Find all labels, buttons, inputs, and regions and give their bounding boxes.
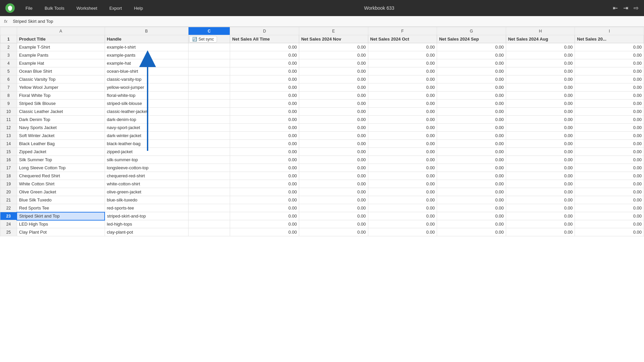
cell-product-title-16[interactable]: Silk Summer Top xyxy=(17,156,105,164)
cell-c-25[interactable] xyxy=(188,228,230,236)
align-center-icon[interactable]: ⇥ xyxy=(623,4,628,12)
cell-handle-7[interactable]: yellow-wool-jumper xyxy=(105,83,188,92)
cell-g-18[interactable]: 0.00 xyxy=(437,172,506,180)
cell-product-title-22[interactable]: Red Sports Tee xyxy=(17,204,105,212)
cell-g-9[interactable]: 0.00 xyxy=(437,100,506,108)
cell-g-13[interactable]: 0.00 xyxy=(437,132,506,140)
cell-g-4[interactable]: 0.00 xyxy=(437,59,506,67)
cell-handle-6[interactable]: classic-varsity-top xyxy=(105,75,188,83)
cell-i-22[interactable]: 0.00 xyxy=(575,204,644,212)
cell-product-title-7[interactable]: Yellow Wool Jumper xyxy=(17,83,105,92)
set-sync-button[interactable]: 🔃 Set sync xyxy=(189,36,217,43)
cell-f-6[interactable]: 0.00 xyxy=(368,75,437,83)
cell-e-20[interactable]: 0.00 xyxy=(299,188,368,196)
cell-handle-15[interactable]: zipped-jacket xyxy=(105,148,188,156)
cell-f-14[interactable]: 0.00 xyxy=(368,140,437,148)
cell-handle-23[interactable]: striped-skirt-and-top xyxy=(105,212,188,220)
cell-i-6[interactable]: 0.00 xyxy=(575,75,644,83)
col-header-a[interactable]: A xyxy=(17,27,105,35)
cell-g-25[interactable]: 0.00 xyxy=(437,228,506,236)
cell-handle-19[interactable]: white-cotton-shirt xyxy=(105,180,188,188)
col-header-b[interactable]: B xyxy=(105,27,188,35)
cell-c-8[interactable] xyxy=(188,92,230,100)
cell-e-9[interactable]: 0.00 xyxy=(299,100,368,108)
cell-i-3[interactable]: 0.00 xyxy=(575,51,644,59)
cell-c-4[interactable] xyxy=(188,59,230,67)
cell-product-title-13[interactable]: Soft Winter Jacket xyxy=(17,132,105,140)
cell-d-21[interactable]: 0.00 xyxy=(230,196,299,204)
cell-h-17[interactable]: 0.00 xyxy=(506,164,575,172)
align-right-icon[interactable]: ⇨ xyxy=(634,4,639,12)
cell-h-15[interactable]: 0.00 xyxy=(506,148,575,156)
cell-e-2[interactable]: 0.00 xyxy=(299,43,368,51)
cell-product-title-25[interactable]: Clay Plant Pot xyxy=(17,228,105,236)
cell-e-16[interactable]: 0.00 xyxy=(299,156,368,164)
cell-f-4[interactable]: 0.00 xyxy=(368,59,437,67)
cell-d-14[interactable]: 0.00 xyxy=(230,140,299,148)
cell-h-21[interactable]: 0.00 xyxy=(506,196,575,204)
cell-e-23[interactable]: 0.00 xyxy=(299,212,368,220)
cell-i-13[interactable]: 0.00 xyxy=(575,132,644,140)
cell-c-18[interactable] xyxy=(188,172,230,180)
cell-handle-10[interactable]: classic-leather-jacket xyxy=(105,108,188,116)
cell-d-19[interactable]: 0.00 xyxy=(230,180,299,188)
cell-f-8[interactable]: 0.00 xyxy=(368,92,437,100)
cell-g-12[interactable]: 0.00 xyxy=(437,124,506,132)
cell-g-21[interactable]: 0.00 xyxy=(437,196,506,204)
cell-i-7[interactable]: 0.00 xyxy=(575,83,644,92)
cell-handle-9[interactable]: striped-silk-blouse xyxy=(105,100,188,108)
cell-c-9[interactable] xyxy=(188,100,230,108)
cell-i-17[interactable]: 0.00 xyxy=(575,164,644,172)
cell-handle-16[interactable]: silk-summer-top xyxy=(105,156,188,164)
cell-c-15[interactable] xyxy=(188,148,230,156)
align-left-icon[interactable]: ⇤ xyxy=(613,4,618,12)
cell-g-24[interactable]: 0.00 xyxy=(437,220,506,228)
cell-e-15[interactable]: 0.00 xyxy=(299,148,368,156)
cell-i-11[interactable]: 0.00 xyxy=(575,116,644,124)
cell-handle-5[interactable]: ocean-blue-shirt xyxy=(105,67,188,75)
cell-handle-21[interactable]: blue-silk-tuxedo xyxy=(105,196,188,204)
cell-c-12[interactable] xyxy=(188,124,230,132)
cell-g-20[interactable]: 0.00 xyxy=(437,188,506,196)
cell-h-24[interactable]: 0.00 xyxy=(506,220,575,228)
cell-handle-8[interactable]: floral-white-top xyxy=(105,92,188,100)
cell-c-22[interactable] xyxy=(188,204,230,212)
col-header-g[interactable]: G xyxy=(437,27,506,35)
cell-d-8[interactable]: 0.00 xyxy=(230,92,299,100)
cell-f-17[interactable]: 0.00 xyxy=(368,164,437,172)
cell-e-19[interactable]: 0.00 xyxy=(299,180,368,188)
cell-e-17[interactable]: 0.00 xyxy=(299,164,368,172)
cell-f-15[interactable]: 0.00 xyxy=(368,148,437,156)
cell-d-7[interactable]: 0.00 xyxy=(230,83,299,92)
cell-product-title-21[interactable]: Blue Silk Tuxedo xyxy=(17,196,105,204)
cell-h-23[interactable]: 0.00 xyxy=(506,212,575,220)
cell-g-11[interactable]: 0.00 xyxy=(437,116,506,124)
col-header-e[interactable]: E xyxy=(299,27,368,35)
cell-c-20[interactable] xyxy=(188,188,230,196)
cell-d-16[interactable]: 0.00 xyxy=(230,156,299,164)
cell-handle-20[interactable]: olive-green-jacket xyxy=(105,188,188,196)
cell-product-title-24[interactable]: LED High Tops xyxy=(17,220,105,228)
col-header-h[interactable]: H xyxy=(506,27,575,35)
cell-h-14[interactable]: 0.00 xyxy=(506,140,575,148)
cell-h-8[interactable]: 0.00 xyxy=(506,92,575,100)
cell-i-25[interactable]: 0.00 xyxy=(575,228,644,236)
cell-c-2[interactable] xyxy=(188,43,230,51)
cell-g-16[interactable]: 0.00 xyxy=(437,156,506,164)
cell-i-14[interactable]: 0.00 xyxy=(575,140,644,148)
cell-d-15[interactable]: 0.00 xyxy=(230,148,299,156)
cell-g-2[interactable]: 0.00 xyxy=(437,43,506,51)
cell-i-12[interactable]: 0.00 xyxy=(575,124,644,132)
cell-c-3[interactable] xyxy=(188,51,230,59)
cell-c-10[interactable] xyxy=(188,108,230,116)
cell-d-25[interactable]: 0.00 xyxy=(230,228,299,236)
menu-help[interactable]: Help xyxy=(131,4,146,12)
cell-product-title-10[interactable]: Classic Leather Jacket xyxy=(17,108,105,116)
cell-i-5[interactable]: 0.00 xyxy=(575,67,644,75)
cell-f-7[interactable]: 0.00 xyxy=(368,83,437,92)
cell-c-19[interactable] xyxy=(188,180,230,188)
cell-h-9[interactable]: 0.00 xyxy=(506,100,575,108)
cell-e-14[interactable]: 0.00 xyxy=(299,140,368,148)
menu-file[interactable]: File xyxy=(23,4,35,12)
cell-h-20[interactable]: 0.00 xyxy=(506,188,575,196)
